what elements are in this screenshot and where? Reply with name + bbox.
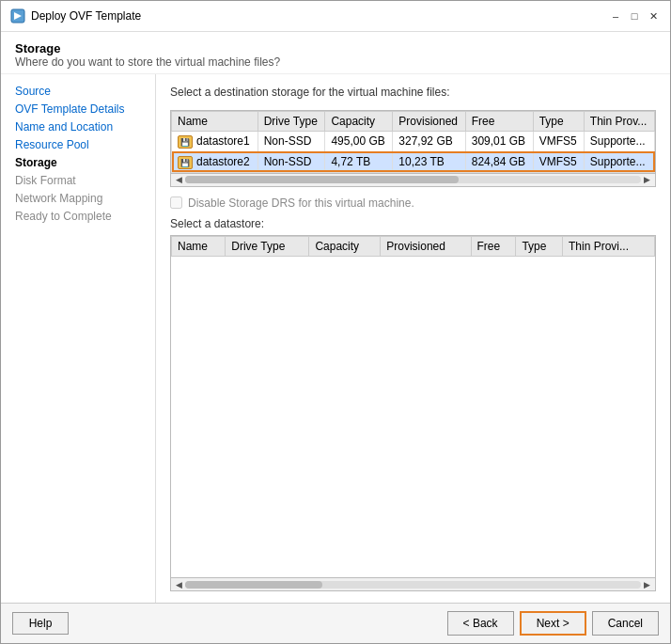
cell-capacity: 495,00 GB [325,132,393,152]
col-provisioned: Provisioned [393,112,465,132]
sidebar: Source OVF Template Details Name and Loc… [1,74,156,603]
lower-table-container[interactable]: Name Drive Type Capacity Provisioned Fre… [170,235,656,578]
lower-col-provisioned: Provisioned [381,236,471,256]
header-title: Storage [15,41,656,55]
main-content: Select a destination storage for the vir… [156,74,670,603]
lower-col-capacity: Capacity [309,236,381,256]
lower-col-type: Type [516,236,563,256]
cell-name: 💾datastore1 [172,132,258,152]
select-datastore-label: Select a datastore: [170,217,656,230]
bottom-bar: Help < Back Next > Cancel [1,603,670,643]
title-bar: Deploy OVF Template – □ ✕ [1,1,670,32]
back-button[interactable]: < Back [447,611,514,636]
deploy-icon [10,8,25,24]
col-free: Free [465,112,533,132]
next-button[interactable]: Next > [520,611,586,636]
col-capacity: Capacity [325,112,393,132]
upper-table: Name Drive Type Capacity Provisioned Fre… [171,111,655,173]
maximize-button[interactable]: □ [627,8,642,24]
cell-free: 309,01 GB [465,132,533,152]
sidebar-item-ovf-template-details[interactable]: OVF Template Details [15,102,141,117]
cell-type: VMFS5 [533,132,584,152]
upper-table-container[interactable]: Name Drive Type Capacity Provisioned Fre… [170,110,656,174]
sidebar-item-source[interactable]: Source [15,84,141,99]
lower-col-thin-prov: Thin Provi... [563,236,655,256]
window-title: Deploy OVF Template [31,9,141,23]
scroll-left-btn[interactable]: ◀ [173,175,185,184]
lower-scroll-left-btn[interactable]: ◀ [173,580,185,589]
cell-name: 💾datastore2 [172,151,258,172]
lower-col-name: Name [172,236,226,256]
sidebar-item-ready-to-complete: Ready to Complete [15,209,141,224]
scrollbar-track[interactable] [185,176,641,183]
sidebar-item-resource-pool[interactable]: Resource Pool [15,137,141,152]
sidebar-item-network-mapping: Network Mapping [15,191,141,206]
cancel-button[interactable]: Cancel [592,611,659,636]
table-row[interactable]: 💾datastore1 Non-SSD 495,00 GB 327,92 GB … [172,132,655,152]
cell-drive-type: Non-SSD [257,132,325,152]
section-description: Select a destination storage for the vir… [170,86,656,99]
cell-provisioned: 10,23 TB [393,151,465,172]
help-button[interactable]: Help [12,612,69,635]
lower-table-header: Name Drive Type Capacity Provisioned Fre… [172,236,655,256]
sidebar-item-name-and-location[interactable]: Name and Location [15,119,141,134]
lower-scroll-right-btn[interactable]: ▶ [641,580,653,589]
scrollbar-thumb [185,176,459,183]
scroll-right-btn[interactable]: ▶ [641,175,653,184]
upper-scrollbar[interactable]: ◀ ▶ [170,174,656,187]
disable-drs-checkbox[interactable] [170,196,182,209]
lower-scrollbar-thumb [185,581,322,589]
lower-col-free: Free [471,236,516,256]
navigation-buttons: < Back Next > Cancel [447,611,659,636]
disable-drs-label: Disable Storage DRS for this virtual mac… [188,196,414,210]
col-type: Type [533,112,584,132]
lower-table: Name Drive Type Capacity Provisioned Fre… [171,236,655,257]
cell-drive-type: Non-SSD [257,151,325,172]
header-subtitle: Where do you want to store the virtual m… [15,55,656,69]
datastore-icon: 💾 [178,156,193,169]
lower-col-drive-type: Drive Type [226,236,309,256]
disable-drs-row: Disable Storage DRS for this virtual mac… [170,196,656,210]
title-bar-controls: – □ ✕ [608,8,661,24]
close-button[interactable]: ✕ [646,8,661,24]
col-drive-type: Drive Type [257,112,325,132]
cell-capacity: 4,72 TB [325,151,393,172]
title-bar-left: Deploy OVF Template [10,8,141,24]
main-window: Deploy OVF Template – □ ✕ Storage Where … [0,0,671,644]
datastore-icon: 💾 [178,135,193,149]
sidebar-item-storage: Storage [15,155,141,170]
minimize-button[interactable]: – [608,8,623,24]
cell-provisioned: 327,92 GB [393,132,465,152]
sidebar-item-disk-format: Disk Format [15,173,141,188]
table-row[interactable]: 💾datastore2 Non-SSD 4,72 TB 10,23 TB 824… [172,151,655,172]
cell-thin-prov: Supporte... [584,132,654,152]
lower-scrollbar[interactable]: ◀ ▶ [170,578,656,591]
content-area: Source OVF Template Details Name and Loc… [1,74,670,603]
col-name: Name [172,112,258,132]
header-section: Storage Where do you want to store the v… [1,32,670,74]
upper-table-header: Name Drive Type Capacity Provisioned Fre… [172,112,655,132]
cell-free: 824,84 GB [465,151,533,172]
cell-type: VMFS5 [533,151,584,172]
col-thin-prov: Thin Prov... [584,112,654,132]
lower-scrollbar-track[interactable] [185,581,641,589]
cell-thin-prov: Supporte... [584,151,654,172]
